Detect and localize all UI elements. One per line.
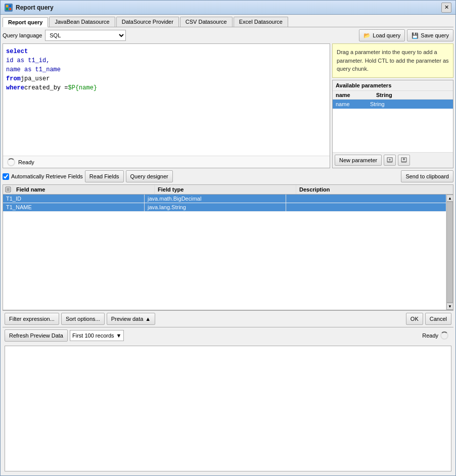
refresh-preview-button[interactable]: Refresh Preview Data: [5, 329, 68, 342]
save-query-button[interactable]: 💾 Save query: [407, 29, 453, 41]
records-dropdown-icon: ▼: [116, 332, 122, 339]
tab-javabean[interactable]: JavaBean Datasource: [49, 17, 115, 27]
toolbar-right: 📂 Load query 💾 Save query: [359, 29, 453, 41]
scroll-down-arrow[interactable]: ▼: [446, 303, 453, 310]
cancel-button[interactable]: Cancel: [425, 313, 451, 325]
field-cell-t1-id-desc: [286, 195, 446, 203]
auto-retrieve-checkbox[interactable]: [3, 173, 9, 180]
available-parameters-label: Available parameters: [333, 80, 453, 91]
new-parameter-button[interactable]: New parameter: [335, 155, 382, 166]
query-language-row: Query language SQL HQL PLSQL 📂 Load quer…: [3, 29, 453, 41]
tab-csv-datasource[interactable]: CSV Datasource: [180, 17, 233, 27]
header-field-type: Field type: [155, 185, 296, 194]
field-cell-t1-name-name: T1_NAME: [3, 203, 145, 211]
field-cell-t1-id-name: T1_ID: [3, 195, 145, 203]
field-table-body-wrapper: T1_ID java.math.BigDecimal T1_NAME java.…: [3, 195, 453, 310]
actions-row: Automatically Retrieve Fields Read Field…: [3, 170, 453, 182]
main-content: Report query JavaBean Datasource DataSou…: [1, 15, 455, 475]
query-designer-button[interactable]: Query designer: [126, 170, 173, 182]
svg-rect-2: [6, 8, 8, 10]
auto-retrieve-text: Automatically Retrieve Fields: [11, 173, 83, 179]
query-language-select[interactable]: SQL HQL PLSQL: [45, 30, 126, 41]
load-icon: 📂: [363, 32, 371, 39]
sort-options-button[interactable]: Sort options...: [61, 313, 105, 325]
preview-bar: Refresh Preview Data First 100 records ▼…: [3, 327, 453, 344]
code-line-1: select: [6, 47, 327, 56]
header-field-name: Field name: [13, 185, 155, 194]
field-table: Field name Field type Description T1_ID …: [3, 184, 453, 310]
preview-data-area: [5, 346, 451, 471]
param-type-value: String: [370, 101, 450, 107]
scroll-thumb[interactable]: [446, 202, 453, 303]
code-line-4: from jpa_user: [6, 74, 327, 83]
tab-excel-datasource[interactable]: Excel Datasource: [234, 17, 288, 27]
field-row-t1-id[interactable]: T1_ID java.math.BigDecimal: [3, 195, 446, 203]
hint-box: Drag a parameter into the query to add a…: [332, 43, 453, 78]
code-area[interactable]: select id as t1_id, name as t1_name from…: [3, 44, 330, 156]
preview-data-button[interactable]: Preview data ▲: [107, 313, 155, 325]
tab-datasource-provider[interactable]: DataSource Provider: [116, 17, 179, 27]
right-panel: Drag a parameter into the query to add a…: [332, 43, 453, 168]
field-table-body[interactable]: T1_ID java.math.BigDecimal T1_NAME java.…: [3, 195, 446, 310]
import-params-button[interactable]: [384, 155, 396, 166]
filter-expression-button[interactable]: Filter expression...: [5, 313, 59, 325]
hint-text: Drag a parameter into the query to add a…: [337, 49, 449, 72]
field-row-t1-name[interactable]: T1_NAME java.lang.String: [3, 203, 446, 212]
query-editor: select id as t1_id, name as t1_name from…: [3, 43, 330, 168]
filter-icon: [5, 186, 11, 193]
preview-spinner: [440, 331, 448, 340]
header-description: Description: [296, 185, 446, 194]
auto-retrieve-label[interactable]: Automatically Retrieve Fields: [3, 173, 83, 180]
param-col-name: name: [336, 92, 376, 98]
param-col-type: String: [376, 92, 392, 98]
field-cell-t1-name-type: java.lang.String: [145, 203, 286, 211]
status-spinner: [7, 158, 15, 166]
close-button[interactable]: ✕: [441, 3, 451, 13]
svg-rect-0: [6, 5, 8, 7]
report-query-window: Report query ✕ Report query JavaBean Dat…: [0, 0, 456, 476]
param-row-name[interactable]: name String: [333, 100, 453, 109]
window-title: Report query: [16, 4, 441, 11]
scroll-header-spacer: [446, 185, 453, 194]
ok-button[interactable]: OK: [406, 313, 423, 325]
load-query-button[interactable]: 📂 Load query: [359, 29, 405, 41]
send-to-clipboard-button[interactable]: Send to clipboard: [401, 170, 453, 182]
field-table-scrollbar[interactable]: ▲ ▼: [446, 195, 453, 310]
header-actions: [3, 185, 13, 194]
params-list[interactable]: name String: [333, 100, 453, 153]
tabs-bar: Report query JavaBean Datasource DataSou…: [3, 17, 453, 27]
code-line-3: name as t1_name: [6, 65, 327, 74]
scroll-up-arrow[interactable]: ▲: [446, 195, 453, 202]
code-line-2: id as t1_id,: [6, 56, 327, 65]
param-name-value: name: [336, 101, 366, 107]
params-section: Available parameters name String name St…: [332, 80, 453, 169]
ok-cancel-area: OK Cancel: [406, 313, 451, 325]
field-cell-t1-id-type: java.math.BigDecimal: [145, 195, 286, 203]
field-table-header: Field name Field type Description: [3, 185, 453, 195]
tab-report-query[interactable]: Report query: [3, 17, 48, 27]
preview-status: Ready: [422, 331, 451, 340]
main-area: select id as t1_id, name as t1_name from…: [3, 43, 453, 168]
preview-status-text: Ready: [422, 332, 438, 339]
title-bar: Report query ✕: [1, 1, 455, 15]
editor-status-bar: Ready: [3, 156, 330, 168]
records-select[interactable]: First 100 records ▼: [70, 330, 124, 341]
preview-arrow-icon: ▲: [145, 316, 151, 322]
export-params-button[interactable]: [398, 155, 410, 166]
window-icon: [5, 4, 13, 12]
records-label: First 100 records: [72, 332, 114, 339]
code-line-5: where created_by = $P{name}: [6, 83, 327, 92]
editor-status-text: Ready: [18, 159, 34, 165]
bottom-bar: Filter expression... Sort options... Pre…: [3, 310, 453, 327]
save-icon: 💾: [412, 32, 419, 39]
query-language-label: Query language: [3, 32, 42, 38]
svg-rect-3: [9, 8, 11, 10]
field-cell-t1-name-desc: [286, 203, 446, 211]
read-fields-button[interactable]: Read Fields: [85, 170, 124, 182]
svg-rect-1: [9, 5, 11, 7]
params-toolbar: New parameter: [333, 152, 453, 168]
